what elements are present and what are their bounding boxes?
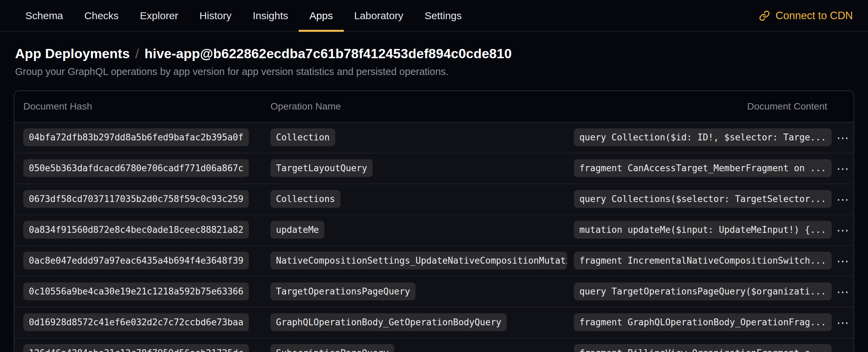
table-row: 04bfa72dfb83b297dd8a5b6fed9bafac2b395a0f… — [14, 123, 854, 153]
breadcrumb-section: App Deployments — [15, 46, 130, 61]
ellipsis-icon: ⋯ — [836, 348, 849, 352]
link-icon — [759, 10, 770, 21]
document-content-chip: query Collection($id: ID!, $selector: Ta… — [574, 128, 832, 146]
page-subtitle: Group your GraphQL operations by app ver… — [15, 66, 853, 77]
column-header-operation-name: Operation Name — [270, 101, 747, 112]
table-row: 0c10556a9be4ca30e19e21c1218a592b75e63366… — [14, 277, 854, 307]
breadcrumb: App Deployments / hive-app@b622862ecdba7… — [15, 46, 853, 61]
table-row: 050e5b363dafdcacd6780e706cadf771d06a867c… — [14, 153, 854, 184]
ellipsis-icon: ⋯ — [836, 286, 849, 298]
operation-name-chip: Collection — [270, 128, 335, 146]
top-navbar: Schema Checks Explorer History Insights … — [0, 0, 868, 32]
table-row: 0d16928d8572c41ef6e032d2c7c72ccbd6e73baa… — [14, 307, 854, 338]
table-header-row: Document Hash Operation Name Document Co… — [14, 91, 854, 123]
document-content-chip: fragment BillingView_OrganizationFragmen… — [574, 344, 832, 352]
ellipsis-icon: ⋯ — [836, 224, 849, 237]
document-hash-chip: 0c10556a9be4ca30e19e21c1218a592b75e63366 — [23, 282, 249, 300]
document-content-chip: query Collections($selector: TargetSelec… — [574, 190, 832, 208]
document-hash-chip: 0673df58cd7037117035b2d0c758f59c0c93c259 — [23, 190, 249, 208]
document-hash-chip: 050e5b363dafdcacd6780e706cadf771d06a867c — [23, 159, 249, 177]
ellipsis-icon: ⋯ — [836, 132, 849, 144]
table-row: 0a834f91560d872e8c4bec0ade18ceec88821a82… — [14, 215, 854, 246]
operation-name-chip: Collections — [270, 190, 340, 208]
column-header-document-hash: Document Hash — [23, 101, 270, 112]
document-hash-chip: 0d16928d8572c41ef6e032d2c7c72ccbd6e73baa — [23, 313, 249, 331]
document-content-chip: query TargetOperationsPageQuery($organiz… — [574, 282, 832, 300]
nav-tab-settings[interactable]: Settings — [424, 0, 461, 31]
app-deployments-table: Document Hash Operation Name Document Co… — [14, 90, 854, 352]
nav-tab-laboratory[interactable]: Laboratory — [354, 0, 403, 31]
document-content-chip: mutation updateMe($input: UpdateMeInput!… — [574, 221, 832, 239]
page-heading: App Deployments / hive-app@b622862ecdba7… — [0, 46, 868, 77]
nav-tab-explorer[interactable]: Explorer — [140, 0, 178, 31]
row-actions-button[interactable]: ⋯ — [832, 338, 854, 352]
nav-tab-insights[interactable]: Insights — [253, 0, 288, 31]
document-hash-chip: 0ac8e047eddd97a97eac6435a4b694f4e3648f39 — [23, 252, 249, 269]
document-content-chip: fragment IncrementalNativeCompositionSwi… — [574, 252, 832, 269]
nav-tabs: Schema Checks Explorer History Insights … — [25, 0, 462, 31]
nav-tab-apps[interactable]: Apps — [310, 0, 333, 31]
row-actions-button[interactable]: ⋯ — [832, 277, 854, 307]
row-actions-button[interactable]: ⋯ — [832, 215, 854, 246]
operation-name-chip: updateMe — [270, 221, 324, 239]
breadcrumb-separator: / — [135, 46, 139, 61]
nav-tab-history[interactable]: History — [200, 0, 231, 31]
row-actions-button[interactable]: ⋯ — [832, 153, 854, 184]
document-content-chip: fragment GraphQLOperationBody_OperationF… — [574, 313, 832, 331]
row-actions-button[interactable]: ⋯ — [832, 246, 854, 277]
ellipsis-icon: ⋯ — [836, 317, 849, 329]
ellipsis-icon: ⋯ — [836, 193, 849, 206]
ellipsis-icon: ⋯ — [836, 163, 849, 175]
operation-name-chip: TargetOperationsPageQuery — [270, 282, 415, 300]
table-row: 126d46a4284abe31c13c78f7959d56eeb21725dc… — [14, 338, 854, 352]
document-hash-chip: 0a834f91560d872e8c4bec0ade18ceec88821a82 — [23, 221, 249, 239]
operation-name-chip: SubscriptionPageQuery — [270, 344, 394, 352]
breadcrumb-current-app: hive-app@b622862ecdba7c61b78f412453def89… — [145, 46, 512, 61]
row-actions-button[interactable]: ⋯ — [832, 123, 854, 153]
document-content-chip: fragment CanAccessTarget_MemberFragment … — [574, 159, 832, 177]
operation-name-chip: TargetLayoutQuery — [270, 159, 373, 177]
row-actions-button[interactable]: ⋯ — [832, 184, 854, 215]
nav-tab-checks[interactable]: Checks — [84, 0, 119, 31]
operation-name-chip: NativeCompositionSettings_UpdateNativeCo… — [270, 252, 567, 269]
column-header-document-content: Document Content — [747, 101, 827, 112]
ellipsis-icon: ⋯ — [836, 255, 849, 267]
document-hash-chip: 04bfa72dfb83b297dd8a5b6fed9bafac2b395a0f — [23, 128, 249, 146]
table-row: 0673df58cd7037117035b2d0c758f59c0c93c259… — [14, 184, 854, 215]
document-hash-chip: 126d46a4284abe31c13c78f7959d56eeb21725dc — [23, 344, 249, 352]
nav-tab-schema[interactable]: Schema — [25, 0, 63, 31]
table-row: 0ac8e047eddd97a97eac6435a4b694f4e3648f39… — [14, 246, 854, 277]
operation-name-chip: GraphQLOperationBody_GetOperationBodyQue… — [270, 313, 507, 331]
connect-to-cdn-label: Connect to CDN — [775, 10, 853, 22]
connect-to-cdn-button[interactable]: Connect to CDN — [759, 10, 853, 22]
row-actions-button[interactable]: ⋯ — [832, 307, 854, 338]
